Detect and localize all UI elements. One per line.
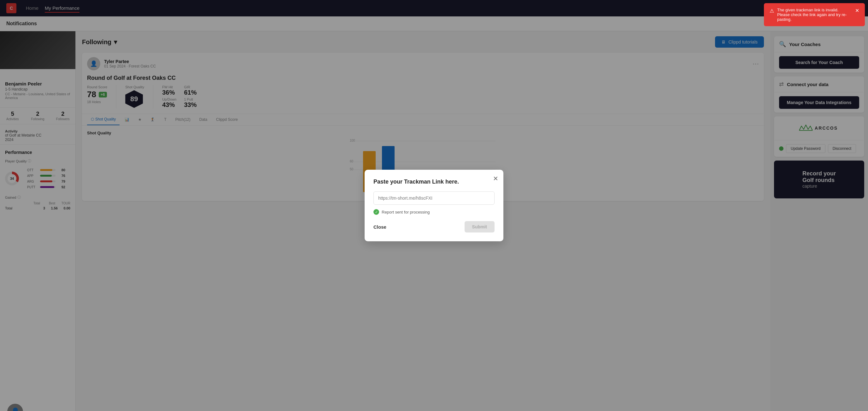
error-toast-message: The given trackman link is invalid. Plea…: [777, 7, 852, 22]
trackman-modal: Paste your Trackman Link here. ✕ ✓ Repor…: [365, 170, 503, 241]
modal-submit-button[interactable]: Submit: [465, 221, 495, 232]
modal-actions: Close Submit: [373, 221, 495, 232]
modal-success-text: Report sent for processing: [382, 210, 430, 215]
modal-success-message: ✓ Report sent for processing: [373, 209, 495, 215]
trackman-link-input[interactable]: [373, 191, 495, 205]
warning-icon: ⚠: [770, 8, 774, 14]
modal-overlay[interactable]: Paste your Trackman Link here. ✕ ✓ Repor…: [0, 0, 868, 411]
check-icon: ✓: [373, 209, 379, 215]
modal-close-button[interactable]: Close: [373, 222, 386, 232]
error-toast-close-button[interactable]: ✕: [855, 7, 859, 13]
error-toast: ⚠ The given trackman link is invalid. Pl…: [764, 3, 865, 26]
modal-title: Paste your Trackman Link here.: [373, 179, 495, 185]
modal-close-x-button[interactable]: ✕: [493, 175, 498, 182]
